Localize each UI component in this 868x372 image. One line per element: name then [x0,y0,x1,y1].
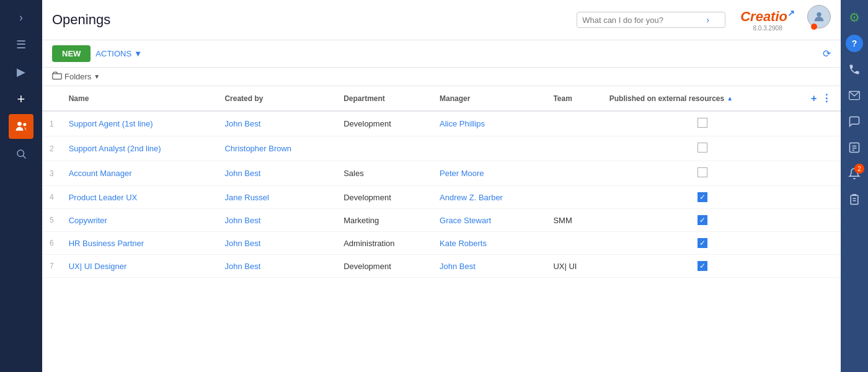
col-created-by[interactable]: Created by [217,86,336,111]
col-published[interactable]: Published on external resources ▲ [602,86,804,111]
checkbox-checked[interactable]: ✓ [698,215,707,225]
col-department[interactable]: Department [336,86,432,111]
folders-row: Folders ▼ [42,68,841,86]
row-name[interactable]: Account Manager [61,161,218,186]
row-name[interactable]: Copywriter [61,209,218,232]
row-published[interactable] [602,111,804,136]
checkbox-unchecked[interactable] [698,167,707,177]
row-manager[interactable]: Andrew Z. Barber [432,186,546,209]
row-created-by[interactable]: John Best [217,111,336,136]
folders-button[interactable]: Folders ▼ [52,71,100,82]
search-box[interactable]: › [577,12,725,28]
logo-atio: atio [763,9,787,24]
toolbar: NEW ACTIONS ▼ ⟳ [42,40,841,68]
row-published[interactable]: ✓ [602,232,804,255]
checkbox-checked[interactable]: ✓ [698,261,707,271]
bell-icon[interactable]: 2 [842,161,867,186]
row-created-by[interactable]: John Best [217,209,336,232]
row-actions [804,161,841,186]
col-name[interactable]: Name [61,86,218,111]
table-row: 3Account ManagerJohn BestSalesPeter Moor… [42,161,841,186]
row-department: Development [336,111,432,136]
toolbar-right: ⟳ [823,48,831,60]
checkbox-unchecked[interactable] [698,143,707,153]
folders-chevron-icon: ▼ [94,73,100,80]
row-manager[interactable]: Kate Roberts [432,232,546,255]
row-manager[interactable]: Alice Phillips [432,111,546,136]
row-team [546,232,601,255]
checkbox-unchecked[interactable] [698,118,707,128]
actions-button[interactable]: ACTIONS ▼ [95,49,142,58]
right-panel: ⚙ ? 2 [841,0,868,372]
clipboard-icon[interactable] [842,187,867,212]
row-created-by[interactable]: Jane Russel [217,186,336,209]
row-actions [804,186,841,209]
avatar-container [802,5,831,35]
svg-point-2 [17,150,24,157]
row-published[interactable] [602,136,804,161]
page-title: Openings [52,12,569,28]
row-created-by[interactable]: John Best [217,255,336,278]
new-button[interactable]: NEW [52,45,91,62]
checkbox-checked[interactable]: ✓ [698,192,707,202]
phone-icon[interactable] [842,57,867,82]
row-name[interactable]: Product Leader UX [61,186,218,209]
row-created-by[interactable]: Christopher Brown [217,136,336,161]
row-num: 2 [42,136,61,161]
checkbox-checked[interactable]: ✓ [698,238,707,248]
row-num: 3 [42,161,61,186]
refresh-icon[interactable]: ⟳ [823,48,831,59]
logo-area: Creatio↗ 8.0.3.2908 [740,8,795,32]
svg-point-1 [23,123,26,126]
row-team [546,136,601,161]
row-num: 7 [42,255,61,278]
row-department: Development [336,255,432,278]
add-column-icon[interactable]: + [811,93,817,104]
actions-chevron-icon: ▼ [134,49,142,58]
col-team[interactable]: Team [546,86,601,111]
row-published[interactable] [602,161,804,186]
row-manager[interactable]: Peter Moore [432,161,546,186]
chevron-right-icon[interactable]: › [9,5,33,30]
sort-up-icon[interactable]: ▲ [727,95,733,102]
row-name[interactable]: UX| UI Designer [61,255,218,278]
chat-icon[interactable] [842,109,867,134]
contacts-icon[interactable] [842,135,867,160]
search-input[interactable] [582,16,706,25]
row-name[interactable]: Support Agent (1st line) [61,111,218,136]
play-icon[interactable]: ▶ [9,60,33,84]
col-manager[interactable]: Manager [432,86,546,111]
row-created-by[interactable]: John Best [217,161,336,186]
people-icon[interactable] [9,114,33,139]
row-published[interactable]: ✓ [602,209,804,232]
magnifier-icon[interactable] [9,141,33,166]
gear-icon[interactable]: ⚙ [842,5,867,30]
row-team: SMM [546,209,601,232]
row-published[interactable]: ✓ [602,255,804,278]
row-department: Administration [336,232,432,255]
row-manager[interactable]: John Best [432,255,546,278]
hamburger-icon[interactable]: ☰ [9,32,33,57]
row-name[interactable]: Support Analyst (2nd line) [61,136,218,161]
more-options-icon[interactable]: ⋮ [822,92,831,104]
row-published[interactable]: ✓ [602,186,804,209]
row-name[interactable]: HR Business Partner [61,232,218,255]
col-actions: + ⋮ [804,86,841,111]
table-row: 7UX| UI DesignerJohn BestDevelopmentJohn… [42,255,841,278]
openings-table: Name Created by Department Manager Team [42,86,841,278]
left-sidebar: › ☰ ▶ + [0,0,42,372]
folders-label: Folders [64,72,91,81]
help-icon[interactable]: ? [846,35,863,52]
row-manager[interactable] [432,136,546,161]
row-department: Development [336,186,432,209]
row-num: 6 [42,232,61,255]
add-icon[interactable]: + [9,87,33,112]
row-manager[interactable]: Grace Stewart [432,209,546,232]
search-submit-icon[interactable]: › [706,15,709,25]
svg-rect-5 [53,74,61,79]
row-department [336,136,432,161]
email-icon[interactable] [842,83,867,108]
row-created-by[interactable]: John Best [217,232,336,255]
table-row: 4Product Leader UXJane RusselDevelopment… [42,186,841,209]
svg-line-3 [23,156,25,158]
